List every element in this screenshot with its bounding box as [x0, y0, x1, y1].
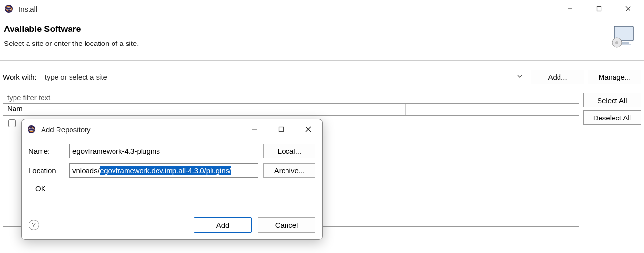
filter-text-input[interactable]: type filter text	[3, 93, 579, 102]
dialog-minimize-button[interactable]	[247, 122, 261, 136]
location-prefix: vnloads/	[72, 166, 100, 175]
work-with-placeholder: type or select a site	[45, 73, 107, 81]
add-button[interactable]: Add	[194, 217, 252, 233]
dialog-footer: ? Add Cancel	[22, 212, 322, 239]
svg-rect-17	[279, 127, 284, 132]
chevron-down-icon	[517, 73, 523, 81]
dialog-titlebar: Add Repository	[22, 119, 322, 139]
archive-button[interactable]: Archive...	[263, 163, 315, 178]
wizard-header: Available Software Select a site or ente…	[0, 17, 644, 61]
select-all-label: Select All	[597, 96, 627, 104]
dialog-close-button[interactable]	[301, 122, 315, 136]
name-row: Name: egovframework-4.3-plugins Local...	[29, 144, 315, 158]
name-value: egovframework-4.3-plugins	[72, 147, 160, 155]
add-site-button[interactable]: Add...	[531, 70, 584, 84]
cancel-button[interactable]: Cancel	[258, 217, 315, 233]
location-label: Location:	[29, 166, 64, 175]
maximize-button[interactable]	[592, 1, 606, 16]
dialog-maximize-button[interactable]	[274, 122, 288, 136]
close-button[interactable]	[621, 1, 635, 16]
add-repository-dialog: Add Repository Name: egovframework-4.3-p…	[21, 119, 323, 240]
selection-buttons: Select All Deselect All	[583, 93, 641, 125]
name-input[interactable]: egovframework-4.3-plugins	[69, 144, 258, 158]
window-controls	[563, 1, 640, 16]
select-all-button[interactable]: Select All	[583, 93, 641, 107]
manage-sites-button[interactable]: Manage...	[588, 70, 641, 84]
local-button-label: Local...	[278, 147, 301, 155]
status-text: OK	[29, 182, 315, 193]
dialog-title: Add Repository	[41, 125, 91, 134]
work-with-row: Work with: type or select a site Add... …	[0, 61, 644, 84]
local-button[interactable]: Local...	[263, 144, 315, 158]
add-button-label: Add	[216, 221, 229, 229]
main-titlebar: Install	[0, 0, 644, 17]
location-input[interactable]: vnloads/egovframework.dev.imp.all-4.3.0/…	[69, 163, 258, 178]
cancel-button-label: Cancel	[275, 221, 298, 229]
manage-sites-label: Manage...	[599, 73, 631, 81]
eclipse-icon	[4, 4, 14, 14]
filter-placeholder: type filter text	[7, 93, 50, 102]
add-site-label: Add...	[548, 73, 567, 81]
svg-point-12	[615, 41, 618, 44]
location-row: Location: vnloads/egovframework.dev.imp.…	[29, 163, 315, 178]
column-version[interactable]	[406, 104, 578, 115]
archive-button-label: Archive...	[274, 166, 305, 175]
help-icon[interactable]: ?	[29, 220, 39, 230]
window-title: Install	[18, 5, 37, 13]
name-label: Name:	[29, 147, 64, 155]
work-with-label: Work with:	[3, 73, 37, 81]
dialog-body: Name: egovframework-4.3-plugins Local...…	[22, 139, 322, 212]
list-row-checkbox[interactable]	[8, 119, 16, 127]
list-header: Nam	[3, 103, 579, 116]
eclipse-icon	[27, 124, 36, 134]
deselect-all-button[interactable]: Deselect All	[583, 110, 641, 125]
install-banner-icon	[610, 24, 635, 51]
dialog-window-controls	[247, 122, 317, 136]
column-name[interactable]: Nam	[3, 104, 406, 115]
minimize-button[interactable]	[563, 1, 577, 16]
location-selected-text: egovframework.dev.imp.all-4.3.0/plugins/	[100, 166, 232, 175]
page-title: Available Software	[4, 24, 139, 34]
deselect-all-label: Deselect All	[593, 114, 631, 122]
svg-rect-4	[597, 7, 601, 11]
work-with-combo[interactable]: type or select a site	[41, 70, 527, 84]
page-subtitle: Select a site or enter the location of a…	[4, 39, 139, 47]
